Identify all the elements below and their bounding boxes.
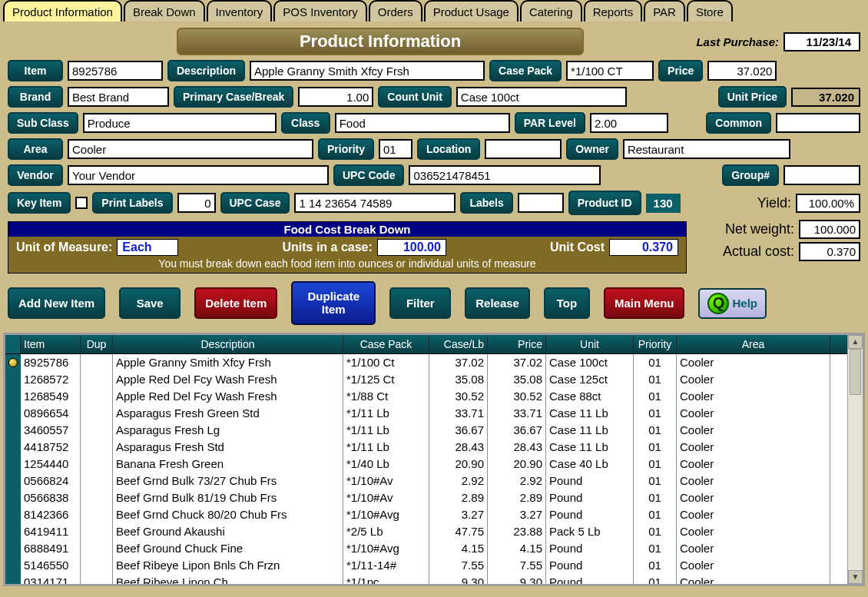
table-row[interactable]: 3460557Asparagus Fresh Lg*1/11 Lb36.6736… — [5, 422, 847, 439]
common-input[interactable] — [776, 113, 860, 133]
par-level-input[interactable] — [590, 113, 668, 133]
scroll-thumb[interactable] — [850, 349, 861, 395]
key-item-button[interactable]: Key Item — [8, 192, 71, 214]
priority-button[interactable]: Priority — [318, 138, 374, 160]
table-row[interactable]: 6419411Beef Ground Akaushi*2/5 Lb47.7523… — [5, 523, 847, 540]
tab-product-information[interactable]: Product Information — [3, 0, 122, 22]
save-button[interactable]: Save — [119, 287, 181, 319]
common-button[interactable]: Common — [706, 112, 771, 134]
count-unit-input[interactable] — [456, 87, 627, 107]
table-row[interactable]: 8142366Beef Grnd Chuck 80/20 Chub Frs*1/… — [5, 506, 847, 523]
row-marker[interactable] — [5, 540, 21, 557]
col-header[interactable]: Priority — [634, 335, 677, 353]
tab-orders[interactable]: Orders — [369, 0, 422, 22]
filter-button[interactable]: Filter — [389, 287, 451, 319]
table-row[interactable]: 5146550Beef Ribeye Lipon Bnls Ch Frzn*1/… — [5, 557, 847, 574]
col-header[interactable]: Dup — [81, 335, 113, 353]
product-id-button[interactable]: Product ID — [568, 191, 641, 215]
row-marker[interactable] — [5, 371, 21, 388]
table-row[interactable]: 1254440Banana Fresh Green*1/40 Lb20.9020… — [5, 456, 847, 473]
tab-par[interactable]: PAR — [644, 0, 685, 22]
col-header[interactable] — [5, 335, 21, 353]
table-row[interactable]: 0566838Beef Grnd Bulk 81/19 Chub Frs*1/1… — [5, 489, 847, 506]
row-marker[interactable] — [5, 523, 21, 540]
tab-reports[interactable]: Reports — [584, 0, 643, 22]
par-level-button[interactable]: PAR Level — [515, 112, 585, 134]
top-button[interactable]: Top — [544, 287, 590, 319]
row-marker[interactable] — [5, 439, 21, 456]
row-marker[interactable] — [5, 506, 21, 523]
description-button[interactable]: Description — [167, 60, 245, 81]
owner-input[interactable] — [623, 139, 790, 159]
location-input[interactable] — [485, 139, 562, 159]
units-in-case-value[interactable]: 100.00 — [377, 239, 446, 256]
case-pack-button[interactable]: Case Pack — [489, 60, 562, 81]
group-no-button[interactable]: Group# — [722, 164, 779, 186]
row-marker[interactable] — [5, 405, 21, 422]
upc-code-input[interactable] — [409, 165, 601, 185]
table-row[interactable]: 0314171Beef Ribeye Lipon Ch*1/1pc9.309.3… — [5, 574, 847, 584]
unit-cost-value[interactable]: 0.370 — [609, 239, 678, 256]
description-input[interactable] — [250, 61, 485, 81]
vendor-input[interactable] — [68, 165, 329, 185]
row-marker[interactable] — [5, 489, 21, 506]
tab-break-down[interactable]: Break Down — [124, 0, 205, 22]
print-labels-button[interactable]: Print Labels — [92, 192, 172, 214]
col-header[interactable]: Area — [677, 335, 830, 353]
sub-class-button[interactable]: Sub Class — [8, 112, 78, 134]
key-item-checkbox[interactable] — [75, 197, 88, 209]
item-input[interactable] — [68, 61, 163, 81]
area-input[interactable] — [68, 139, 313, 159]
row-marker[interactable] — [5, 473, 21, 489]
class-button[interactable]: Class — [281, 112, 330, 134]
tab-inventory[interactable]: Inventory — [207, 0, 273, 22]
print-labels-input[interactable] — [177, 193, 216, 213]
price-button[interactable]: Price — [658, 60, 703, 81]
add-new-item-button[interactable]: Add New Item — [8, 287, 105, 319]
owner-button[interactable]: Owner — [566, 138, 618, 160]
row-marker[interactable] — [5, 422, 21, 439]
tab-store[interactable]: Store — [687, 0, 733, 22]
unit-price-button[interactable]: Unit Price — [718, 86, 787, 108]
table-row[interactable]: 4418752Asparagus Fresh Std*1/11 Lb28.432… — [5, 439, 847, 456]
col-header[interactable]: Case Pack — [343, 335, 429, 353]
table-row[interactable]: 0896654Asparagus Fresh Green Std*1/11 Lb… — [5, 405, 847, 422]
vendor-button[interactable]: Vendor — [8, 164, 63, 186]
brand-input[interactable] — [68, 87, 169, 107]
primary-case-break-button[interactable]: Primary Case/Break — [174, 86, 293, 108]
uom-value[interactable]: Each — [117, 239, 178, 256]
main-menu-button[interactable]: Main Menu — [604, 287, 685, 319]
labels-input[interactable] — [518, 193, 564, 213]
labels-button[interactable]: Labels — [460, 192, 512, 214]
primary-case-break-input[interactable] — [298, 87, 373, 107]
table-row[interactable]: 1268549Apple Red Del Fcy Wash Fresh*1/88… — [5, 388, 847, 405]
upc-code-button[interactable]: UPC Code — [333, 164, 404, 186]
col-header[interactable]: Item — [21, 335, 81, 353]
col-header[interactable]: Unit — [546, 335, 634, 353]
table-row[interactable]: 8925786Apple Granny Smith Xfcy Frsh*1/10… — [5, 354, 847, 371]
grid-scrollbar[interactable]: ▲ ▼ — [847, 335, 863, 584]
col-header[interactable]: Description — [113, 335, 343, 353]
tab-catering[interactable]: Catering — [520, 0, 582, 22]
col-header[interactable]: Price — [488, 335, 546, 353]
table-row[interactable]: 1268572Apple Red Del Fcy Wash Fresh*1/12… — [5, 371, 847, 388]
tab-pos-inventory[interactable]: POS Inventory — [273, 0, 367, 22]
tab-product-usage[interactable]: Product Usage — [424, 0, 518, 22]
case-pack-input[interactable] — [566, 61, 654, 81]
delete-item-button[interactable]: Delete Item — [194, 287, 277, 319]
location-button[interactable]: Location — [417, 138, 480, 160]
row-marker[interactable] — [5, 388, 21, 405]
priority-input[interactable] — [379, 139, 412, 159]
upc-case-button[interactable]: UPC Case — [220, 192, 290, 214]
row-marker[interactable] — [5, 574, 21, 584]
sub-class-input[interactable] — [83, 113, 277, 133]
row-marker[interactable] — [5, 354, 21, 371]
brand-button[interactable]: Brand — [8, 86, 63, 108]
row-marker[interactable] — [5, 557, 21, 574]
count-unit-button[interactable]: Count Unit — [378, 86, 452, 108]
scroll-up-icon[interactable]: ▲ — [848, 335, 863, 349]
table-row[interactable]: 6888491Beef Ground Chuck Fine*1/10#Avg4.… — [5, 540, 847, 557]
row-marker[interactable] — [5, 456, 21, 473]
upc-case-input[interactable] — [294, 193, 456, 213]
table-row[interactable]: 0566824Beef Grnd Bulk 73/27 Chub Frs*1/1… — [5, 473, 847, 489]
